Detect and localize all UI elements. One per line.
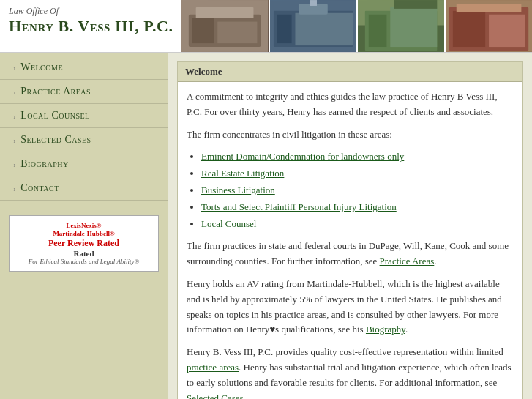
peer-review-rated-label: Rated — [15, 249, 152, 258]
svg-rect-16 — [394, 0, 437, 9]
svg-rect-14 — [368, 15, 386, 47]
welcome-section: Welcome A commitment to integrity and et… — [177, 61, 523, 399]
svg-rect-3 — [218, 22, 258, 44]
welcome-para3: The firm practices in state and federal … — [187, 239, 514, 269]
nav-arrow-local-counsel: › — [13, 111, 16, 120]
welcome-para4: Henry holds an AV rating from Martindale… — [187, 277, 514, 338]
welcome-para2: The firm concentrates in civil litigatio… — [187, 127, 514, 143]
welcome-para1: A commitment to integrity and ethics gui… — [187, 89, 514, 120]
list-item: Local Counsel — [201, 217, 514, 232]
sidebar-label-practice-areas: Practice Areas — [20, 86, 91, 97]
svg-rect-15 — [390, 7, 437, 47]
welcome-header: Welcome — [178, 62, 522, 82]
practice-areas-link2[interactable]: practice areas — [187, 362, 239, 373]
sidebar-item-contact[interactable]: › Contact — [0, 176, 168, 201]
header-image-3 — [358, 0, 444, 52]
practice-area-list: Eminent Domain/Condemnation for landowne… — [201, 149, 514, 231]
header-image-1 — [181, 0, 268, 52]
list-item: Torts and Select Plaintiff Personal Inju… — [201, 200, 514, 215]
real-estate-link[interactable]: Real Estate Litigation — [201, 168, 284, 179]
nav-arrow-welcome: › — [13, 63, 16, 72]
firm-name: Henry B. Vess III, P.C. — [9, 17, 173, 36]
list-item: Business Litigation — [201, 183, 514, 198]
welcome-para5: Henry B. Vess III, P.C. provides quality… — [187, 345, 514, 399]
sidebar-label-welcome: Welcome — [20, 61, 63, 73]
list-item: Eminent Domain/Condemnation for landowne… — [201, 149, 514, 165]
sidebar-label-selected-cases: Selected Cases — [20, 134, 91, 146]
sidebar-item-local-counsel[interactable]: › Local Counsel — [0, 104, 168, 128]
law-office-label: Law Office Of — [9, 6, 173, 17]
torts-link[interactable]: Torts and Select Plaintiff Personal Inju… — [201, 201, 397, 212]
peer-review-subtitle: For Ethical Standards and Legal Ability® — [15, 258, 152, 265]
main-layout: › Welcome › Practice Areas › Local Couns… — [0, 53, 532, 399]
peer-review-title: Peer Review Rated — [15, 238, 152, 249]
firm-header-text: Law Office Of Henry B. Vess III, P.C. — [0, 0, 181, 52]
welcome-body: A commitment to integrity and ethics gui… — [178, 82, 522, 399]
nav-arrow-contact: › — [13, 184, 16, 193]
local-counsel-link[interactable]: Local Counsel — [201, 218, 256, 229]
header-image-2 — [270, 0, 356, 52]
sidebar-label-contact: Contact — [20, 182, 59, 194]
sidebar-item-biography[interactable]: › Biography — [0, 152, 168, 176]
sidebar-label-biography: Biography — [20, 158, 69, 170]
svg-rect-8 — [295, 13, 353, 45]
header-images — [181, 0, 532, 52]
selected-cases-link[interactable]: Selected Cases — [187, 392, 244, 399]
svg-rect-4 — [196, 7, 254, 18]
svg-rect-20 — [489, 15, 525, 47]
sidebar-label-local-counsel: Local Counsel — [20, 110, 90, 122]
svg-rect-7 — [277, 15, 291, 43]
list-item: Real Estate Litigation — [201, 166, 514, 182]
sidebar-item-practice-areas[interactable]: › Practice Areas — [0, 80, 168, 104]
sidebar: › Welcome › Practice Areas › Local Couns… — [0, 53, 168, 399]
eminent-domain-link[interactable]: Eminent Domain/Condemnation for landowne… — [201, 151, 404, 162]
peer-review-badge: LexisNexis® Martindale-Hubbell® Peer Rev… — [9, 215, 159, 272]
business-litigation-link[interactable]: Business Litigation — [201, 184, 275, 195]
practice-areas-link[interactable]: Practice Areas — [380, 256, 435, 266]
lexisnexis-label: LexisNexis® Martindale-Hubbell® — [15, 222, 152, 238]
nav-arrow-selected-cases: › — [13, 135, 16, 144]
svg-rect-10 — [310, 0, 317, 6]
svg-rect-2 — [192, 18, 214, 43]
biography-link[interactable]: Biography — [366, 324, 405, 335]
nav-arrow-practice-areas: › — [13, 87, 16, 96]
main-content: Welcome A commitment to integrity and et… — [168, 53, 532, 399]
svg-rect-21 — [457, 4, 522, 12]
svg-rect-19 — [453, 11, 485, 47]
nav-arrow-biography: › — [13, 160, 16, 168]
page-header: Law Office Of Henry B. Vess III, P.C. — [0, 0, 532, 53]
sidebar-item-selected-cases[interactable]: › Selected Cases — [0, 128, 168, 152]
header-image-4 — [446, 0, 532, 52]
sidebar-item-welcome[interactable]: › Welcome — [0, 56, 168, 80]
